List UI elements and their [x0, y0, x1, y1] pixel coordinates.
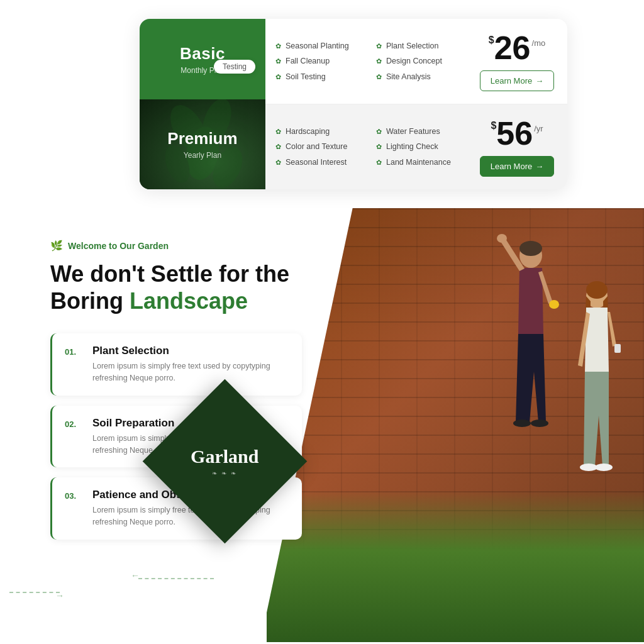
basic-plan-row: ✿ Seasonal Planting ✿ Fall Cleanup ✿ Soi…	[265, 19, 567, 104]
plan-card-left: Basic Monthly Plan Premium Yearly Plan	[140, 19, 265, 189]
feature-icon: ✿	[275, 127, 281, 136]
brand-decoration: ❧ ❧ ❧	[191, 470, 258, 477]
pricing-card: Basic Monthly Plan Premium Yearly Plan	[140, 19, 567, 189]
svg-point-10	[549, 300, 559, 309]
heading-highlight: Landscape	[130, 288, 248, 314]
feature-icon: ✿	[376, 57, 382, 65]
step-content-1: Plant Selection Lorem ipsum is simply fr…	[92, 345, 289, 384]
svg-point-6	[519, 241, 542, 256]
dotted-line-2	[138, 578, 214, 579]
arrow-icon: →	[535, 162, 543, 171]
feature-item: ✿ Land Maintenance	[376, 157, 457, 167]
svg-point-9	[531, 419, 548, 427]
svg-rect-13	[614, 344, 621, 353]
testing-badge: Testing	[214, 60, 255, 74]
feature-item: ✿ Water Features	[376, 126, 457, 136]
premium-plan-card: Premium Yearly Plan	[140, 99, 265, 189]
feature-item: ✿ Site Analysis	[376, 72, 457, 82]
feature-item: ✿ Seasonal Planting	[275, 41, 356, 51]
step-desc-1: Lorem ipsum is simply free text used by …	[92, 360, 289, 384]
pricing-section: Testing Basic Monthly Plan	[0, 0, 644, 208]
premium-plan-name: Premium	[167, 129, 237, 148]
people-svg	[436, 221, 644, 598]
feature-label: Site Analysis	[386, 72, 431, 82]
feature-icon: ✿	[376, 142, 382, 151]
feature-item: ✿ Color and Texture	[275, 142, 356, 152]
arrow-decoration-2: ←	[131, 570, 140, 580]
feature-item: ✿ Soil Testing	[275, 72, 356, 82]
step-title-1: Plant Selection	[92, 345, 289, 357]
basic-learn-more-label: Learn More	[491, 76, 532, 86]
brand-diamond: Garland ❧ ❧ ❧	[191, 446, 258, 477]
svg-point-12	[586, 281, 608, 299]
feature-item: ✿ Hardscaping	[275, 126, 356, 136]
premium-price-dollar: $	[491, 121, 496, 131]
leaf-icon: 🌿	[50, 240, 63, 252]
feature-label: Land Maintenance	[386, 157, 451, 167]
feature-label: Soil Testing	[286, 72, 326, 82]
basic-price-col: $ 26 /mo Learn More →	[467, 19, 567, 104]
svg-point-7	[497, 234, 507, 243]
basic-price-period: /mo	[532, 39, 546, 47]
basic-price-display: $ 26 /mo	[489, 31, 545, 64]
svg-point-8	[513, 419, 531, 427]
feature-item: ✿ Fall Cleanup	[275, 56, 356, 66]
feature-item: ✿ Seasonal Interest	[275, 157, 356, 167]
premium-price-number: 56	[496, 117, 533, 150]
step-card-1: 01. Plant Selection Lorem ipsum is simpl…	[50, 333, 302, 396]
welcome-text: Welcome to Our Garden	[68, 241, 169, 251]
premium-learn-more-label: Learn More	[491, 162, 532, 171]
feature-icon: ✿	[376, 127, 382, 136]
feature-icon: ✿	[275, 42, 281, 50]
premium-price-period: /yr	[534, 125, 543, 133]
basic-features-left: ✿ Seasonal Planting ✿ Fall Cleanup ✿ Soi…	[265, 28, 366, 94]
step-number-1: 01.	[65, 345, 84, 359]
brand-name: Garland	[191, 446, 258, 467]
premium-features-left: ✿ Hardscaping ✿ Color and Texture ✿ Seas…	[265, 114, 366, 180]
feature-label: Water Features	[386, 126, 440, 136]
feature-item: ✿ Lighting Check	[376, 142, 457, 152]
arrow-decoration: →	[55, 591, 64, 601]
garden-section: Garland ❧ ❧ ❧ → ← 🌿 Welcome to Our Garde…	[0, 208, 644, 642]
plan-details: ✿ Seasonal Planting ✿ Fall Cleanup ✿ Soi…	[265, 19, 567, 189]
dotted-line-1	[9, 592, 60, 593]
heading-line1: We don't Settle for the	[50, 261, 289, 287]
premium-learn-more-button[interactable]: Learn More →	[480, 156, 554, 177]
basic-learn-more-button[interactable]: Learn More →	[480, 70, 554, 91]
premium-price-col: $ 56 /yr Learn More →	[467, 104, 567, 189]
diamond-container: Garland ❧ ❧ ❧	[167, 403, 283, 519]
step-number-2: 02.	[65, 417, 84, 431]
svg-point-15	[595, 464, 613, 471]
feature-icon: ✿	[376, 158, 382, 167]
premium-plan-sub: Yearly Plan	[167, 151, 237, 160]
svg-point-14	[580, 464, 597, 471]
feature-icon: ✿	[376, 42, 382, 50]
feature-icon: ✿	[275, 72, 281, 81]
feature-item: ✿ Plant Selection	[376, 41, 457, 51]
feature-label: Fall Cleanup	[286, 56, 330, 66]
basic-price-dollar: $	[489, 35, 494, 45]
step-number-3: 03.	[65, 489, 84, 503]
feature-label: Hardscaping	[286, 126, 330, 136]
feature-label: Color and Texture	[286, 142, 347, 152]
feature-label: Design Concept	[386, 56, 442, 66]
arrow-icon: →	[535, 76, 543, 86]
feature-item: ✿ Design Concept	[376, 56, 457, 66]
premium-plan-content: Premium Yearly Plan	[167, 129, 237, 160]
premium-price-display: $ 56 /yr	[491, 117, 543, 150]
basic-price-number: 26	[494, 31, 531, 64]
premium-features-right: ✿ Water Features ✿ Lighting Check ✿ Land…	[366, 114, 467, 180]
heading-line2-normal: Boring	[50, 288, 130, 314]
feature-icon: ✿	[275, 57, 281, 65]
feature-icon: ✿	[275, 158, 281, 167]
welcome-tag: 🌿 Welcome to Our Garden	[50, 240, 314, 252]
basic-features-right: ✿ Plant Selection ✿ Design Concept ✿ Sit…	[366, 28, 467, 94]
feature-icon: ✿	[275, 142, 281, 151]
feature-label: Seasonal Planting	[286, 41, 349, 51]
premium-plan-row: ✿ Hardscaping ✿ Color and Texture ✿ Seas…	[265, 104, 567, 189]
garden-heading: We don't Settle for the Boring Landscape	[50, 260, 314, 314]
feature-icon: ✿	[376, 72, 382, 81]
feature-label: Plant Selection	[386, 41, 438, 51]
feature-label: Seasonal Interest	[286, 157, 347, 167]
feature-label: Lighting Check	[386, 142, 438, 152]
